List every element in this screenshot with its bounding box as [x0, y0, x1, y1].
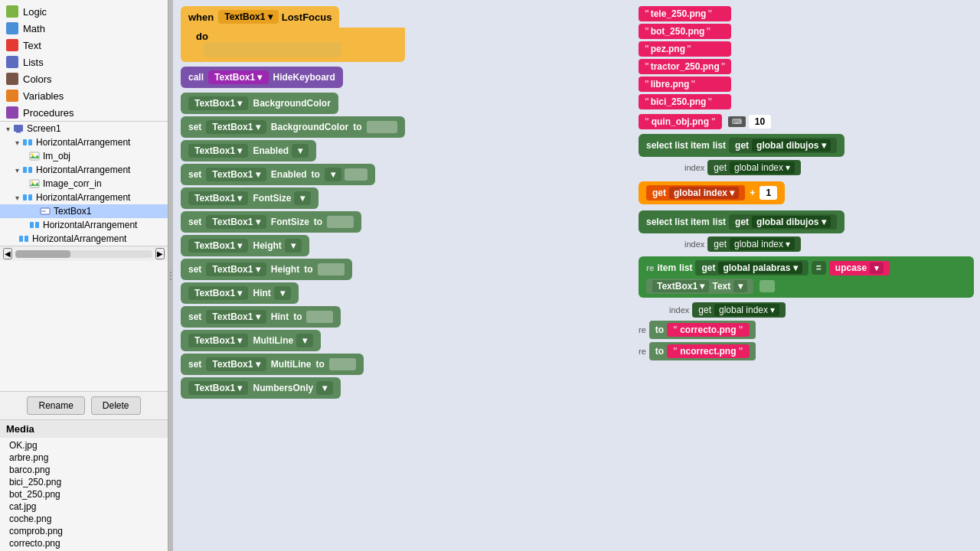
numbersonly-block[interactable]: TextBox1 ▾ NumbersOnly ▾ — [181, 377, 341, 399]
get-global-index-1[interactable]: get global index ▾ — [707, 160, 801, 175]
get-global-index-orange[interactable]: get global index ▾ — [646, 185, 745, 201]
upcase-dd[interactable]: ▾ — [870, 262, 884, 274]
set-en-block[interactable]: set TextBox1 ▾ Enabled to ▾ — [181, 164, 375, 185]
global-index-dd-orange[interactable]: global index ▾ — [669, 187, 739, 199]
tree-item-horiz4[interactable]: HorizontalArrangement — [0, 218, 168, 232]
string-block[interactable]: "bici_250.png" — [639, 94, 731, 109]
sidebar-item-logic[interactable]: Logic — [0, 3, 168, 20]
textbox1-dd-set-hint[interactable]: TextBox1 ▾ — [206, 310, 266, 324]
textbox1-dd-hint[interactable]: TextBox1 ▾ — [188, 286, 248, 300]
media-item[interactable]: bot_250.png — [0, 488, 168, 500]
global-dibujos-dd-1[interactable]: global dibujos ▾ — [752, 139, 831, 152]
hint-block[interactable]: TextBox1 ▾ Hint ▾ — [181, 282, 299, 304]
multiline-dd[interactable]: ▾ — [296, 334, 313, 347]
string-block[interactable]: "pez.png" — [639, 41, 731, 57]
set-fs-block[interactable]: set TextBox1 ▾ FontSize to — [181, 211, 361, 233]
sidebar-item-colors[interactable]: Colors — [0, 70, 168, 87]
global-dibujos-dd-2[interactable]: global dibujos ▾ — [752, 216, 831, 228]
textbox1-dd-no[interactable]: TextBox1 ▾ — [188, 381, 248, 395]
enabled-val-dd[interactable]: ▾ — [325, 168, 341, 181]
string-block[interactable]: "tractor_250.png" — [639, 59, 731, 74]
rename-button[interactable]: Rename — [27, 396, 84, 415]
textbox1-dd-text[interactable]: TextBox1 ▾ — [652, 280, 709, 292]
textbox1-dd-bgc[interactable]: TextBox1 ▾ — [188, 96, 248, 110]
get-global-palabras[interactable]: get global palabras ▾ — [695, 260, 808, 276]
media-item[interactable]: arbre.png — [0, 452, 168, 464]
set-bgc-block[interactable]: set TextBox1 ▾ BackgroundColor to — [181, 116, 405, 138]
ncorrect-string-block[interactable]: " ncorrect.png " — [667, 344, 749, 358]
get-index-plus-1[interactable]: get global index ▾ + 1 — [639, 181, 785, 204]
enabled-block[interactable]: TextBox1 ▾ Enabled ▾ — [181, 140, 316, 161]
sidebar-item-lists[interactable]: Lists — [0, 54, 168, 70]
multiline-block[interactable]: TextBox1 ▾ MultiLine ▾ — [181, 330, 321, 351]
numbersonly-dd[interactable]: ▾ — [316, 381, 333, 395]
correcto-block[interactable]: to " correcto.png " — [649, 321, 756, 339]
textbox1-text-block[interactable]: TextBox1 ▾ Text ▾ — [646, 279, 753, 294]
delete-button[interactable]: Delete — [91, 396, 141, 415]
textbox1-dd-ml[interactable]: TextBox1 ▾ — [188, 334, 248, 347]
set-hint-block2[interactable]: set TextBox1 ▾ Hint to — [181, 306, 341, 328]
enabled-dd[interactable]: ▾ — [292, 144, 309, 158]
correcto-string-block[interactable]: " correcto.png " — [667, 323, 749, 337]
global-index-dd-2[interactable]: global index ▾ — [730, 238, 795, 250]
tree-item-horiz3[interactable]: ▾ HorizontalArrangement — [0, 191, 168, 204]
textbox1-dd-en[interactable]: TextBox1 ▾ — [188, 144, 248, 158]
string-block[interactable]: "tele_250.png" — [639, 6, 731, 21]
call-block[interactable]: call TextBox1 ▾ HideKeyboard — [181, 67, 343, 88]
media-item[interactable]: correcto.png — [0, 537, 168, 549]
horizontal-scrollbar[interactable]: ◀ ▶ — [0, 246, 168, 261]
tree-item-horiz5[interactable]: HorizontalArrangement — [0, 232, 168, 246]
get-global-dibujos-1[interactable]: get global dibujos ▾ — [729, 138, 837, 153]
media-item[interactable]: bici_250.png — [0, 476, 168, 488]
set-ht-block[interactable]: set TextBox1 ▾ Height to — [181, 259, 352, 280]
hint-dd[interactable]: ▾ — [274, 286, 291, 300]
textbox1-dd-set-en[interactable]: TextBox1 ▾ — [206, 168, 266, 181]
global-index-dd-1[interactable]: global index ▾ — [730, 161, 795, 174]
string-block[interactable]: "bot_250.png" — [639, 24, 731, 39]
scroll-right-button[interactable]: ▶ — [155, 248, 165, 259]
media-item[interactable]: comprob.png — [0, 525, 168, 537]
when-header[interactable]: when TextBox1 ▾ LostFocus — [181, 6, 339, 28]
textbox1-dd-set-fs[interactable]: TextBox1 ▾ — [206, 215, 266, 229]
global-index-dd-3[interactable]: global index ▾ — [714, 304, 779, 316]
tree-item-image-corr-in[interactable]: Image_corr_in — [0, 177, 168, 191]
tree-item-textbox1[interactable]: TextBox1 — [0, 204, 168, 218]
sidebar-item-math[interactable]: Math — [0, 20, 168, 37]
textbox1-dd-set-ml[interactable]: TextBox1 ▾ — [206, 357, 266, 371]
ncorrect-block[interactable]: to " ncorrect.png " — [649, 342, 756, 360]
media-item[interactable]: OK.jpg — [0, 439, 168, 452]
tree-item-screen1[interactable]: ▾ Screen1 — [0, 122, 168, 135]
sidebar-item-text[interactable]: Text — [0, 37, 168, 54]
textbox1-dd-fs[interactable]: TextBox1 ▾ — [188, 191, 248, 205]
backgroundcolor-block[interactable]: TextBox1 ▾ BackgroundColor — [181, 93, 338, 114]
select-list-block-2[interactable]: select list item list get global dibujos… — [639, 210, 844, 233]
blocks-canvas[interactable]: when TextBox1 ▾ LostFocus do call TextBo… — [173, 0, 980, 551]
fontsize-block[interactable]: TextBox1 ▾ FontSize ▾ — [181, 187, 318, 209]
select-list-block-1[interactable]: select list item list get global dibujos… — [639, 134, 844, 157]
upcase-block[interactable]: upcase ▾ — [829, 261, 890, 276]
get-global-index-3[interactable]: get global index ▾ — [692, 302, 786, 318]
media-item[interactable]: barco.png — [0, 464, 168, 476]
textbox1-dropdown-call[interactable]: TextBox1 ▾ — [208, 70, 268, 84]
string-block[interactable]: "libre.png" — [639, 77, 731, 92]
height-block[interactable]: TextBox1 ▾ Height ▾ — [181, 235, 309, 256]
tree-item-horiz1[interactable]: ▾ HorizontalArrangement — [0, 135, 168, 149]
textbox1-dropdown-1[interactable]: TextBox1 ▾ — [218, 10, 278, 24]
textbox1-dd-set-ht[interactable]: TextBox1 ▾ — [206, 262, 266, 276]
quin-obj-block[interactable]: " quin_obj.png " — [639, 114, 722, 129]
textbox1-dd-set-bgc[interactable]: TextBox1 ▾ — [206, 120, 266, 134]
fontsize-dd[interactable]: ▾ — [294, 191, 311, 205]
textbox1-dd-ht[interactable]: TextBox1 ▾ — [188, 239, 248, 253]
global-palabras-dd[interactable]: global palabras ▾ — [718, 262, 802, 274]
scroll-left-button[interactable]: ◀ — [3, 248, 12, 259]
get-global-dibujos-2[interactable]: get global dibujos ▾ — [729, 214, 837, 230]
media-item[interactable]: coche.png — [0, 513, 168, 525]
tree-item-horiz2[interactable]: ▾ HorizontalArrangement — [0, 163, 168, 177]
get-global-index-2[interactable]: get global index ▾ — [707, 236, 801, 252]
set-ml-block[interactable]: set TextBox1 ▾ MultiLine to — [181, 354, 364, 375]
text-dd[interactable]: ▾ — [733, 280, 747, 292]
sidebar-item-variables[interactable]: Variables — [0, 87, 168, 104]
height-dd[interactable]: ▾ — [285, 239, 302, 253]
tree-item-im-obj[interactable]: Im_obj — [0, 149, 168, 163]
upcase-block-row[interactable]: re item list get global palabras ▾ = upc… — [639, 256, 974, 298]
